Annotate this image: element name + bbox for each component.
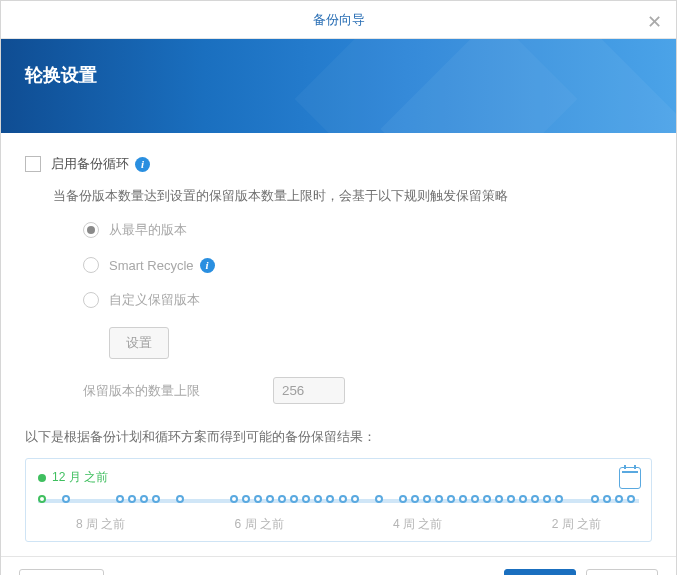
version-limit-input[interactable]: [273, 377, 345, 404]
timeline-point: [447, 495, 455, 503]
settings-button[interactable]: 设置: [109, 327, 169, 359]
enable-rotation-row: 启用备份循环 i: [25, 155, 652, 173]
timeline-label: 8 周 之前: [76, 516, 125, 533]
timeline-point: [399, 495, 407, 503]
timeline-label: 4 周 之前: [393, 516, 442, 533]
timeline-point: [326, 495, 334, 503]
timeline-point: [459, 495, 467, 503]
radio-earliest[interactable]: 从最早的版本: [83, 221, 652, 239]
timeline-point: [128, 495, 136, 503]
radio-icon: [83, 222, 99, 238]
timeline-point: [314, 495, 322, 503]
timeline-point: [411, 495, 419, 503]
timeline-point: [627, 495, 635, 503]
dialog-footer: 上一步 应用 取消: [1, 556, 676, 575]
timeline-point: [278, 495, 286, 503]
timeline-label: 6 周 之前: [235, 516, 284, 533]
timeline-point: [531, 495, 539, 503]
apply-button[interactable]: 应用: [504, 569, 576, 575]
timeline-label: 2 周 之前: [552, 516, 601, 533]
preview-label: 以下是根据备份计划和循环方案而得到可能的备份保留结果：: [25, 428, 652, 446]
retention-policy-group: 从最早的版本 Smart Recycle i 自定义保留版本: [83, 221, 652, 309]
info-icon[interactable]: i: [200, 258, 215, 273]
timeline-point: [375, 495, 383, 503]
timeline-point: [483, 495, 491, 503]
radio-custom-label: 自定义保留版本: [109, 291, 200, 309]
timeline-point: [351, 495, 359, 503]
radio-smart-recycle[interactable]: Smart Recycle i: [83, 257, 652, 273]
radio-smart-label: Smart Recycle: [109, 258, 194, 273]
timeline-point: [176, 495, 184, 503]
radio-custom[interactable]: 自定义保留版本: [83, 291, 652, 309]
radio-icon: [83, 292, 99, 308]
timeline-point: [62, 495, 70, 503]
titlebar: 备份向导 ✕: [1, 1, 676, 39]
timeline-point: [615, 495, 623, 503]
timeline-point: [116, 495, 124, 503]
version-limit-row: 保留版本的数量上限: [83, 377, 652, 404]
enable-rotation-label: 启用备份循环: [51, 155, 129, 173]
timeline-point: [230, 495, 238, 503]
timeline-point: [266, 495, 274, 503]
timeline-current-label: 12 月 之前: [52, 469, 108, 486]
timeline-point: [423, 495, 431, 503]
timeline-point: [339, 495, 347, 503]
backup-wizard-dialog: 备份向导 ✕ 轮换设置 启用备份循环 i 当备份版本数量达到设置的保留版本数量上…: [0, 0, 677, 575]
timeline-point: [302, 495, 310, 503]
content-area: 启用备份循环 i 当备份版本数量达到设置的保留版本数量上限时，会基于以下规则触发…: [1, 133, 676, 556]
timeline-point: [38, 495, 46, 503]
timeline-labels: 8 周 之前 6 周 之前 4 周 之前 2 周 之前: [76, 516, 601, 533]
cancel-button[interactable]: 取消: [586, 569, 658, 575]
timeline-point: [254, 495, 262, 503]
timeline-point: [435, 495, 443, 503]
timeline-point: [555, 495, 563, 503]
radio-earliest-label: 从最早的版本: [109, 221, 187, 239]
timeline-point: [591, 495, 599, 503]
timeline-point: [242, 495, 250, 503]
prev-button[interactable]: 上一步: [19, 569, 104, 575]
dot-icon: [38, 474, 46, 482]
timeline-point: [507, 495, 515, 503]
timeline-point: [152, 495, 160, 503]
dialog-title: 备份向导: [313, 11, 365, 29]
header-banner: 轮换设置: [1, 39, 676, 133]
close-icon[interactable]: ✕: [647, 11, 662, 33]
instruction-text: 当备份版本数量达到设置的保留版本数量上限时，会基于以下规则触发保留策略: [53, 187, 652, 205]
info-icon[interactable]: i: [135, 157, 150, 172]
settings-button-wrap: 设置: [109, 327, 652, 359]
timeline-point: [471, 495, 479, 503]
page-title: 轮换设置: [25, 63, 652, 87]
timeline-point: [603, 495, 611, 503]
timeline-point: [495, 495, 503, 503]
timeline-preview: 12 月 之前 8 周 之前 6 周 之前 4 周 之前 2 周 之前: [25, 458, 652, 542]
calendar-icon[interactable]: [619, 467, 641, 489]
timeline-current: 12 月 之前: [38, 469, 639, 486]
timeline-point: [140, 495, 148, 503]
radio-icon: [83, 257, 99, 273]
timeline-point: [290, 495, 298, 503]
enable-rotation-checkbox[interactable]: [25, 156, 41, 172]
timeline-track: [38, 492, 639, 510]
timeline-point: [519, 495, 527, 503]
timeline-point: [543, 495, 551, 503]
